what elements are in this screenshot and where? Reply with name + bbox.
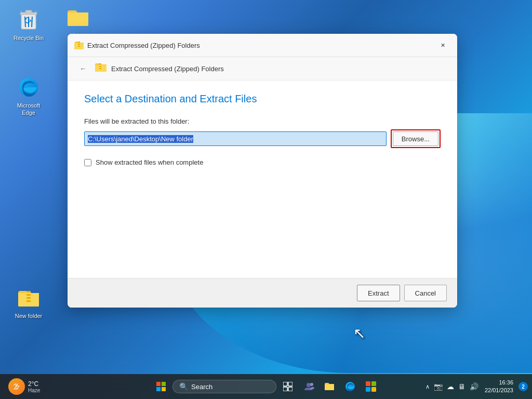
svg-rect-33 xyxy=(371,381,376,386)
svg-rect-15 xyxy=(78,45,81,46)
field-label: Files will be extracted to this folder: xyxy=(84,117,441,125)
task-view-button[interactable] xyxy=(278,377,297,396)
clock-date: 22/01/2023 xyxy=(485,387,513,394)
clock-time: 16:36 xyxy=(485,379,513,387)
svg-rect-16 xyxy=(99,63,101,64)
dialog-content: Select a Destination and Extract Files F… xyxy=(68,81,457,278)
show-files-checkbox[interactable] xyxy=(84,159,91,166)
weather-info: 2°C Haze xyxy=(28,380,40,393)
browse-button[interactable]: Browse... xyxy=(393,131,438,146)
back-button[interactable]: ← xyxy=(76,61,90,76)
file-explorer-button[interactable] xyxy=(320,377,339,396)
svg-rect-7 xyxy=(26,300,31,302)
svg-rect-9 xyxy=(26,296,31,297)
clock[interactable]: 16:36 22/01/2023 xyxy=(483,378,515,396)
cloud-icon[interactable]: ☁ xyxy=(446,381,455,392)
svg-point-30 xyxy=(310,383,313,386)
notification-badge[interactable]: 2 xyxy=(518,382,528,391)
edge-taskbar-button[interactable] xyxy=(341,377,360,396)
svg-rect-24 xyxy=(162,387,166,391)
weather-widget[interactable]: 🌫 2°C Haze xyxy=(4,376,44,397)
folder-image-top xyxy=(65,5,90,30)
weather-icon: 🌫 xyxy=(8,378,25,395)
cancel-button[interactable]: Cancel xyxy=(404,285,447,301)
camera-icon[interactable]: 📷 xyxy=(433,381,444,392)
dialog-footer: Extract Cancel xyxy=(68,278,457,308)
svg-rect-8 xyxy=(26,292,31,294)
window-controls: ✕ xyxy=(434,39,451,51)
edge-label: Microsoft Edge xyxy=(10,102,47,117)
svg-rect-18 xyxy=(99,68,101,69)
dialog-navbar: ← Extract Compressed (Zipped) Folders xyxy=(68,57,457,81)
svg-rect-26 xyxy=(288,382,292,386)
search-label: Search xyxy=(191,383,212,391)
teams-button[interactable] xyxy=(299,377,318,396)
path-input[interactable] xyxy=(84,131,387,146)
new-folder-image xyxy=(16,285,41,310)
svg-rect-21 xyxy=(156,382,161,386)
start-button[interactable] xyxy=(152,377,170,396)
recycle-bin-icon[interactable]: Recycle Bin xyxy=(8,5,49,44)
new-folder-label: New folder xyxy=(15,312,43,320)
edge-image xyxy=(16,75,41,100)
edge-desktop-icon[interactable]: Microsoft Edge xyxy=(8,73,49,119)
taskbar-left: 🌫 2°C Haze xyxy=(4,376,44,397)
svg-rect-4 xyxy=(26,291,31,292)
svg-rect-32 xyxy=(366,381,370,386)
svg-rect-6 xyxy=(26,297,31,299)
nav-title: Extract Compressed (Zipped) Folders xyxy=(111,65,224,73)
chevron-icon[interactable]: ∧ xyxy=(424,382,431,391)
svg-rect-11 xyxy=(78,42,80,43)
svg-rect-19 xyxy=(99,65,102,66)
dialog-title: Extract Compressed (Zipped) Folders xyxy=(87,42,434,49)
taskbar-center: 🔍 Search xyxy=(152,377,380,396)
svg-rect-5 xyxy=(26,294,31,296)
weather-desc: Haze xyxy=(28,388,40,393)
browse-button-highlight: Browse... xyxy=(391,129,441,148)
svg-rect-35 xyxy=(371,387,376,392)
extract-button[interactable]: Extract xyxy=(357,285,400,301)
volume-icon[interactable]: 🔊 xyxy=(469,381,480,392)
dialog-heading: Select a Destination and Extract Files xyxy=(84,93,441,105)
svg-rect-17 xyxy=(99,66,101,67)
tray-icons: ∧ 📷 ☁ 🖥 🔊 xyxy=(424,381,480,392)
svg-rect-20 xyxy=(99,67,102,68)
svg-rect-13 xyxy=(78,46,80,47)
nav-icon xyxy=(95,62,107,75)
path-row: Browse... xyxy=(84,129,441,148)
weather-temp: 2°C xyxy=(28,380,40,388)
svg-rect-23 xyxy=(156,387,161,391)
svg-rect-34 xyxy=(366,387,370,392)
taskbar: 🌫 2°C Haze 🔍 Search xyxy=(0,374,532,399)
svg-rect-25 xyxy=(283,382,287,386)
search-icon: 🔍 xyxy=(179,382,188,391)
svg-rect-14 xyxy=(78,43,81,44)
svg-point-29 xyxy=(307,383,311,387)
system-tray: ∧ 📷 ☁ 🖥 🔊 16:36 22/01/2023 2 xyxy=(424,378,528,396)
svg-rect-10 xyxy=(26,299,31,300)
svg-rect-27 xyxy=(283,387,287,391)
new-folder-icon[interactable]: New folder xyxy=(8,283,49,322)
svg-rect-12 xyxy=(78,44,80,45)
titlebar-icon xyxy=(74,40,84,50)
extract-dialog: Extract Compressed (Zipped) Folders ✕ ← … xyxy=(68,34,457,308)
svg-rect-28 xyxy=(288,387,292,391)
close-button[interactable]: ✕ xyxy=(434,39,451,51)
display-icon[interactable]: 🖥 xyxy=(457,381,467,392)
dialog-titlebar: Extract Compressed (Zipped) Folders ✕ xyxy=(68,34,457,57)
recycle-bin-label: Recycle Bin xyxy=(14,34,44,42)
svg-rect-22 xyxy=(162,382,166,386)
store-button[interactable] xyxy=(362,377,380,396)
show-files-row: Show extracted files when complete xyxy=(84,158,441,166)
desktop: Recycle Bin bac xyxy=(0,0,532,399)
recycle-bin-image xyxy=(16,7,41,32)
show-files-label[interactable]: Show extracted files when complete xyxy=(96,158,203,166)
search-bar[interactable]: 🔍 Search xyxy=(172,380,276,393)
